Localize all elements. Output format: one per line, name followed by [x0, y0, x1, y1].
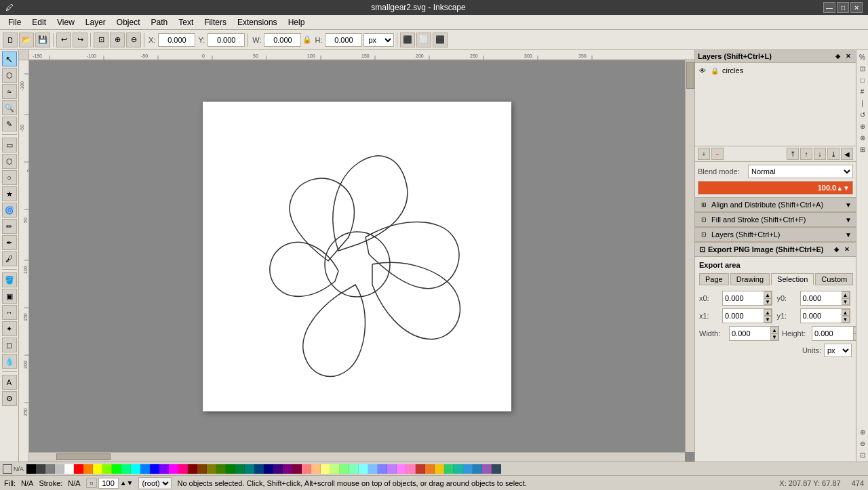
dropper-tool[interactable]: 💧: [2, 354, 17, 369]
menu-view[interactable]: View: [52, 16, 80, 28]
width-down[interactable]: ▼: [770, 333, 778, 340]
layer-visibility-icon[interactable]: 👁: [698, 66, 707, 75]
x1-down[interactable]: ▼: [764, 316, 772, 323]
zoom-in-button[interactable]: ⊕: [110, 33, 125, 47]
menu-help[interactable]: Help: [283, 16, 311, 28]
delete-layer-button[interactable]: −: [711, 148, 724, 160]
y1-spin[interactable]: ▲ ▼: [842, 309, 850, 323]
spiral-tool[interactable]: 🌀: [2, 203, 17, 218]
snap-rotation[interactable]: ↺: [857, 109, 868, 120]
snap-bbox[interactable]: □: [857, 75, 868, 85]
y1-input[interactable]: [801, 310, 842, 322]
add-layer-button[interactable]: +: [698, 148, 710, 160]
vertical-scrollbar[interactable]: [685, 60, 694, 452]
palette-color[interactable]: [140, 464, 150, 474]
palette-color[interactable]: [159, 464, 169, 474]
align-right-button[interactable]: ⬛: [433, 33, 448, 47]
y-input[interactable]: [208, 33, 245, 47]
snap-opposite[interactable]: ⊞: [857, 144, 868, 155]
align-left-button[interactable]: ⬛: [400, 33, 415, 47]
palette-color[interactable]: [406, 464, 416, 474]
pen-tool[interactable]: ✒: [2, 235, 17, 250]
svg-canvas[interactable]: [203, 102, 511, 411]
export-tab-selection[interactable]: Selection: [771, 273, 814, 285]
h-input[interactable]: [325, 33, 362, 47]
star-tool[interactable]: ★: [2, 186, 17, 201]
palette-color[interactable]: [64, 464, 74, 474]
palette-color[interactable]: [45, 464, 55, 474]
palette-color[interactable]: [36, 464, 45, 474]
palette-color[interactable]: [207, 464, 216, 474]
tweak-tool[interactable]: ≈: [2, 84, 17, 99]
calligraphy-tool[interactable]: 🖋: [2, 251, 17, 266]
palette-color[interactable]: [197, 464, 207, 474]
snap-midpoints[interactable]: ⊕: [857, 121, 868, 131]
fill-stroke-header[interactable]: ⊡ Fill and Stroke (Shift+Ctrl+F) ▼: [695, 213, 856, 227]
palette-color[interactable]: [283, 464, 292, 474]
layers2-collapse-icon[interactable]: ▼: [845, 231, 852, 239]
x0-up[interactable]: ▲: [764, 291, 772, 298]
palette-color[interactable]: [302, 464, 311, 474]
palette-color[interactable]: [378, 464, 387, 474]
palette-color[interactable]: [349, 464, 359, 474]
layer-collapse[interactable]: ◀: [841, 148, 853, 160]
palette-color[interactable]: [444, 464, 454, 474]
unit-select[interactable]: pxmmin: [363, 33, 394, 47]
node-tool[interactable]: ⬡: [2, 68, 17, 83]
pencil-tool[interactable]: ✏: [2, 219, 17, 234]
palette-color[interactable]: [454, 464, 463, 474]
palette-color[interactable]: [112, 464, 121, 474]
close-button[interactable]: ✕: [850, 2, 863, 13]
layer-to-bottom[interactable]: ⤓: [827, 148, 840, 160]
palette-color[interactable]: [216, 464, 226, 474]
height-input-spin[interactable]: ▲ ▼: [812, 326, 856, 341]
open-button[interactable]: 📂: [19, 33, 34, 47]
x0-spin[interactable]: ▲ ▼: [764, 291, 772, 305]
y0-up[interactable]: ▲: [842, 291, 850, 298]
x0-input[interactable]: [723, 292, 764, 304]
palette-color[interactable]: [150, 464, 159, 474]
palette-color[interactable]: [93, 464, 102, 474]
y1-down[interactable]: ▼: [842, 316, 850, 323]
menu-edit[interactable]: Edit: [26, 16, 52, 28]
bucket-tool[interactable]: 🪣: [2, 272, 17, 287]
palette-color[interactable]: [83, 464, 93, 474]
snap-enable[interactable]: %: [857, 52, 868, 62]
x1-up[interactable]: ▲: [764, 309, 772, 316]
undo-button[interactable]: ↩: [56, 33, 71, 47]
height-input[interactable]: [812, 327, 853, 340]
lock-aspect-icon[interactable]: 🔒: [302, 35, 312, 44]
export-tab-page[interactable]: Page: [699, 273, 729, 285]
drawing-area[interactable]: [29, 60, 685, 452]
layers-panel-header[interactable]: Layers (Shift+Ctrl+L) ◈ ✕: [695, 50, 856, 63]
export-close-icon[interactable]: ✕: [842, 245, 852, 254]
palette-color[interactable]: [226, 464, 235, 474]
x1-input[interactable]: [723, 310, 764, 322]
text-tool[interactable]: A: [2, 375, 17, 390]
palette-color[interactable]: [321, 464, 330, 474]
palette-color[interactable]: [387, 464, 397, 474]
redo-button[interactable]: ↪: [73, 33, 87, 47]
palette-color[interactable]: [330, 464, 340, 474]
palette-color[interactable]: [169, 464, 178, 474]
palette-color[interactable]: [264, 464, 273, 474]
units-select[interactable]: pxmmin: [824, 344, 852, 357]
width-input-spin[interactable]: ▲ ▼: [729, 326, 779, 341]
width-up[interactable]: ▲: [770, 327, 778, 333]
panel-settings-icon[interactable]: ◈: [833, 52, 842, 61]
horizontal-scrollbar[interactable]: [29, 452, 685, 462]
layer-to-top[interactable]: ⤒: [787, 148, 799, 160]
export-tab-custom[interactable]: Custom: [815, 273, 853, 285]
layer-up[interactable]: ↑: [800, 148, 812, 160]
zoom-fit-button[interactable]: ⊡: [94, 33, 108, 47]
fill-collapse-icon[interactable]: ▼: [845, 216, 852, 224]
palette-color[interactable]: [473, 464, 482, 474]
w-input[interactable]: [264, 33, 301, 47]
save-button[interactable]: 💾: [35, 33, 50, 47]
snap-nodes[interactable]: ⊡: [857, 63, 868, 74]
opacity-bar[interactable]: 100.0 ▲▼: [698, 181, 853, 195]
menu-object[interactable]: Object: [111, 16, 146, 28]
zoom-out-button[interactable]: ⊖: [126, 33, 141, 47]
palette-color[interactable]: [74, 464, 83, 474]
palette-color[interactable]: [55, 464, 64, 474]
